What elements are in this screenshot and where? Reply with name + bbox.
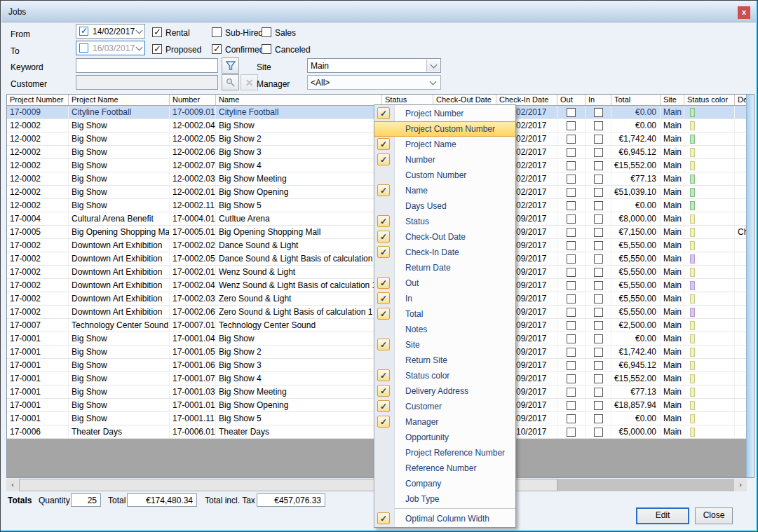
manager-dropdown[interactable]: <All> — [307, 75, 441, 90]
out-checkbox[interactable] — [567, 268, 576, 277]
in-checkbox[interactable] — [594, 321, 603, 330]
customer-search-button[interactable] — [222, 74, 239, 90]
menu-item-out[interactable]: ✓Out — [374, 275, 515, 291]
in-checkbox[interactable] — [594, 401, 603, 410]
out-checkbox[interactable] — [567, 428, 576, 437]
in-checkbox[interactable] — [594, 361, 603, 370]
menu-item-status[interactable]: ✓Status — [374, 214, 515, 229]
column-header-project_name[interactable]: Project Name — [69, 95, 170, 105]
column-header-status_color[interactable]: Status color — [684, 95, 735, 105]
menu-item-return-site[interactable]: Return Site — [374, 353, 515, 368]
out-checkbox[interactable] — [567, 334, 576, 343]
scroll-left-button[interactable]: ‹ — [6, 479, 19, 491]
site-dropdown[interactable]: Main — [307, 58, 441, 73]
customer-input[interactable] — [76, 75, 218, 90]
edit-button[interactable]: Edit — [636, 507, 689, 524]
out-checkbox[interactable] — [567, 361, 576, 370]
in-checkbox[interactable] — [594, 388, 603, 397]
column-header-name[interactable]: Name — [216, 95, 382, 105]
menu-item-check-in-date[interactable]: ✓Check-In Date — [374, 245, 515, 260]
out-checkbox[interactable] — [567, 228, 576, 237]
column-header-project_number[interactable]: Project Number — [7, 95, 69, 105]
out-checkbox[interactable] — [567, 321, 576, 330]
out-checkbox[interactable] — [567, 281, 576, 290]
in-checkbox[interactable] — [594, 281, 603, 290]
out-checkbox[interactable] — [567, 214, 576, 224]
in-checkbox[interactable] — [594, 294, 603, 303]
column-header-check_out[interactable]: Check-Out Date — [433, 95, 496, 105]
in-checkbox[interactable] — [594, 254, 603, 264]
menu-item-number[interactable]: ✓Number — [374, 152, 515, 168]
scroll-right-button[interactable]: › — [734, 479, 747, 491]
column-header-in[interactable]: In — [586, 95, 611, 105]
menu-item-opportunity[interactable]: Opportunity — [374, 430, 515, 445]
scrollbar-track[interactable] — [557, 479, 734, 491]
out-checkbox[interactable] — [567, 148, 576, 157]
in-checkbox[interactable] — [594, 135, 603, 144]
dropdown-button[interactable] — [426, 60, 440, 71]
filter-checkbox-confirmed[interactable] — [212, 44, 222, 54]
menu-item-project-name[interactable]: ✓Project Name — [374, 137, 515, 152]
close-button[interactable]: Close — [695, 507, 733, 524]
in-checkbox[interactable] — [594, 188, 603, 197]
out-checkbox[interactable] — [567, 121, 576, 130]
menu-item-name[interactable]: ✓Name — [374, 183, 515, 198]
menu-item-manager[interactable]: ✓Manager — [374, 414, 515, 430]
menu-item-project-number[interactable]: ✓Project Number — [374, 106, 515, 121]
in-checkbox[interactable] — [594, 121, 603, 130]
in-checkbox[interactable] — [594, 148, 603, 157]
out-checkbox[interactable] — [567, 388, 576, 397]
to-date-picker[interactable]: 16/03/2017 — [76, 41, 145, 55]
to-date-checkbox[interactable] — [79, 43, 88, 53]
column-header-site[interactable]: Site — [661, 95, 684, 105]
dropdown-button[interactable] — [426, 76, 440, 88]
column-header-out[interactable]: Out — [557, 95, 586, 105]
menu-item-custom-number[interactable]: Custom Number — [374, 168, 515, 183]
in-checkbox[interactable] — [594, 414, 603, 423]
in-checkbox[interactable] — [594, 308, 603, 317]
vertical-scrollbar[interactable] — [746, 95, 754, 477]
in-checkbox[interactable] — [594, 228, 603, 237]
in-checkbox[interactable] — [594, 161, 603, 170]
close-icon[interactable]: x — [738, 6, 750, 19]
in-checkbox[interactable] — [594, 108, 603, 117]
filter-checkbox-canceled[interactable] — [262, 44, 271, 54]
out-checkbox[interactable] — [567, 188, 576, 197]
out-checkbox[interactable] — [567, 308, 576, 317]
menu-item-customer[interactable]: ✓Customer — [374, 399, 515, 414]
menu-item-company[interactable]: Company — [374, 476, 515, 491]
out-checkbox[interactable] — [567, 161, 576, 170]
menu-item-delivery-address[interactable]: ✓Delivery Address — [374, 383, 515, 399]
in-checkbox[interactable] — [594, 374, 603, 383]
menu-item-reference-number[interactable]: Reference Number — [374, 461, 515, 476]
menu-item-return-date[interactable]: Return Date — [374, 260, 515, 275]
in-checkbox[interactable] — [594, 201, 603, 210]
filter-checkbox-sub-hired[interactable] — [212, 27, 222, 37]
menu-item-job-type[interactable]: Job Type — [374, 491, 515, 507]
menu-item-optimal-column-width[interactable]: ✓Optimal Column Width — [374, 511, 515, 526]
menu-item-days-used[interactable]: Days Used — [374, 198, 515, 214]
in-checkbox[interactable] — [594, 428, 603, 437]
out-checkbox[interactable] — [567, 201, 576, 210]
filter-button[interactable] — [222, 57, 239, 74]
from-date-picker[interactable]: 14/02/2017 — [76, 24, 145, 39]
title-bar[interactable]: Jobs x — [1, 1, 756, 22]
menu-item-site[interactable]: ✓Site — [374, 337, 515, 353]
in-checkbox[interactable] — [594, 334, 603, 343]
menu-item-status-color[interactable]: ✓Status color — [374, 368, 515, 383]
column-header-total[interactable]: Total — [611, 95, 661, 105]
out-checkbox[interactable] — [567, 401, 576, 410]
column-header-check_in[interactable]: Check-In Date — [496, 95, 557, 105]
out-checkbox[interactable] — [567, 241, 576, 250]
out-checkbox[interactable] — [567, 374, 576, 383]
out-checkbox[interactable] — [567, 175, 576, 184]
menu-item-notes[interactable]: Notes — [374, 322, 515, 337]
column-header-status[interactable]: Status — [382, 95, 433, 105]
out-checkbox[interactable] — [567, 294, 576, 303]
menu-item-check-out-date[interactable]: ✓Check-Out Date — [374, 229, 515, 245]
out-checkbox[interactable] — [567, 348, 576, 357]
keyword-input[interactable] — [76, 58, 218, 73]
chevron-down-icon[interactable] — [136, 43, 143, 50]
menu-item-project-custom-number[interactable]: Project Custom Number — [374, 121, 515, 137]
out-checkbox[interactable] — [567, 254, 576, 264]
